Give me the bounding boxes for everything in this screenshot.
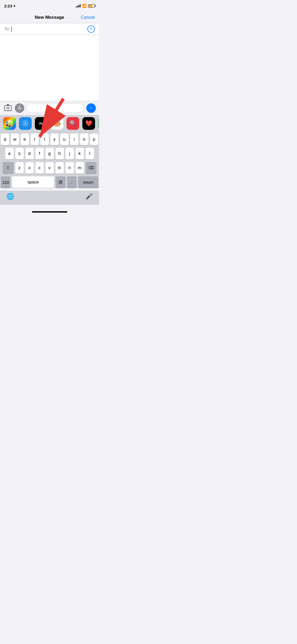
key-j[interactable]: j [65,148,74,159]
status-time: 2:23 ➤ [4,4,16,8]
app-icons-row: Ⓐ Pay 🐵 🔍 ❤️ G [0,115,99,132]
message-body[interactable] [0,35,99,101]
status-bar: 2:23 ➤ 📶 [0,0,99,12]
key-b[interactable]: b [55,162,64,174]
key-z[interactable]: z [15,162,24,174]
svg-point-6 [6,121,8,123]
key-f[interactable]: f [35,148,44,159]
home-indicator [32,211,67,213]
return-key[interactable]: return [78,176,98,188]
key-n[interactable]: n [65,162,74,174]
search-app-icon[interactable]: 🔍 [67,117,79,130]
space-key[interactable]: space [12,176,54,188]
delete-key[interactable]: ⌫ [86,162,97,174]
photos-app-icon[interactable] [3,117,16,130]
key-v[interactable]: v [45,162,54,174]
to-label: To: [4,26,10,32]
at-key[interactable]: @ [56,176,65,188]
status-icons: 📶 [76,4,95,8]
appstore-shortcut-button[interactable]: Â [15,103,24,113]
numbers-key[interactable]: 123 [1,176,10,188]
appstore-icon: Â [18,105,21,111]
battery-icon [88,4,95,8]
battery-fill [89,5,92,7]
microphone-icon[interactable]: 🎤 [86,193,93,200]
key-p[interactable]: p [90,134,98,145]
wifi-icon: 📶 [82,4,87,8]
signal-bar-1 [76,6,77,7]
svg-point-2 [11,121,13,123]
search-icon: 🔍 [69,120,77,127]
key-u[interactable]: u [60,134,69,145]
bottom-bar: 🌐 🎤 [0,191,99,205]
keyboard-row-4: 123 space @ . return [1,176,98,188]
key-x[interactable]: x [25,162,34,174]
key-a[interactable]: a [5,148,14,159]
key-y[interactable]: y [50,134,59,145]
key-t[interactable]: t [40,134,49,145]
send-icon: ↑ [89,106,93,111]
cancel-button[interactable]: Cancel [81,15,95,20]
monkey-emoji: 🐵 [53,119,61,128]
key-d[interactable]: d [25,148,34,159]
key-i[interactable]: i [70,134,79,145]
page-title: New Message [35,15,64,20]
shift-key[interactable]: ⇧ [3,162,14,174]
signal-bar-3 [78,5,79,7]
key-o[interactable]: o [80,134,88,145]
signal-bars [76,4,81,7]
appstore-letter-icon: Ⓐ [22,119,28,127]
appstore-app-icon[interactable]: Ⓐ [19,117,32,130]
heart-icon: ❤️ [85,120,92,127]
svg-point-1 [8,120,11,122]
svg-point-4 [8,125,11,127]
location-icon: ➤ [13,4,16,8]
nav-bar: New Message Cancel [0,12,99,23]
keyboard-row-1: q w e r t y u i o p [1,134,98,145]
key-k[interactable]: k [76,148,84,159]
key-w[interactable]: w [11,134,19,145]
send-button[interactable]: ↑ [86,103,96,113]
imessage-bar: Â ↑ [0,101,99,115]
globe-icon[interactable]: 🌐 [6,193,14,200]
keyboard-row-3: ⇧ z x c v b n m ⌫ [1,162,98,174]
key-s[interactable]: s [15,148,24,159]
camera-button[interactable] [3,103,13,113]
applepay-label: Pay [39,122,44,125]
signal-bar-4 [80,4,81,7]
svg-point-5 [6,124,8,126]
photos-icon [5,119,14,128]
camera-icon [4,105,12,111]
monkey-icon[interactable]: 🐵 [51,117,63,130]
add-recipient-button[interactable]: + [87,25,95,33]
message-input[interactable] [26,103,84,113]
to-field[interactable]: To: + [0,23,99,35]
svg-point-3 [11,124,13,126]
key-c[interactable]: c [35,162,44,174]
key-g[interactable]: g [45,148,54,159]
key-h[interactable]: h [55,148,64,159]
dot-key[interactable]: . [67,176,77,188]
signal-bar-2 [77,6,78,7]
key-m[interactable]: m [76,162,84,174]
key-e[interactable]: e [21,134,29,145]
applepay-icon[interactable]: Pay [35,117,48,130]
heart-app-icon[interactable]: ❤️ [82,117,95,130]
keyboard: q w e r t y u i o p a s d f g h j k l ⇧ … [0,132,99,188]
key-r[interactable]: r [31,134,39,145]
maps-app-icon[interactable]: G [98,117,99,130]
key-q[interactable]: q [1,134,9,145]
time-display: 2:23 [4,4,12,8]
keyboard-row-2: a s d f g h j k l [1,148,98,159]
to-cursor [11,26,12,32]
key-l[interactable]: l [86,148,94,159]
